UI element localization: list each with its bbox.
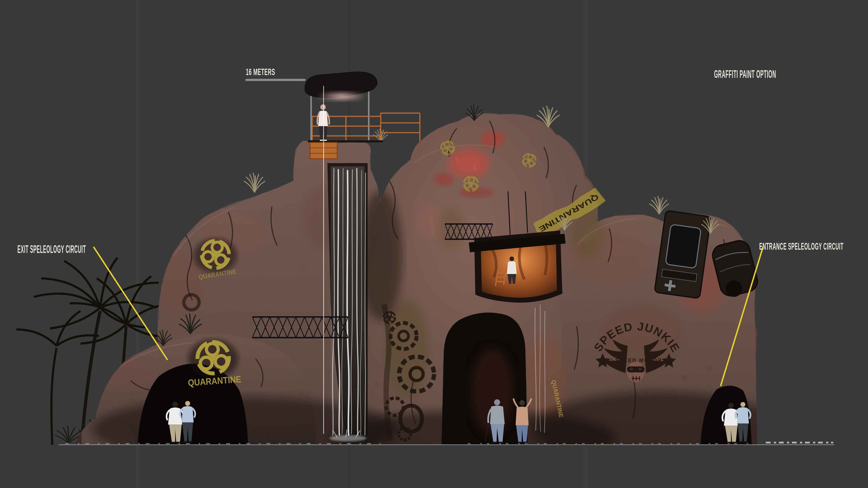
- concept-render-stage: QUARANTINE QUARANTINE QUARANTINE QUARANT…: [0, 0, 868, 488]
- render-canvas: QUARANTINE QUARANTINE QUARANTINE QUARANT…: [0, 0, 868, 488]
- waterfall: [328, 163, 368, 442]
- exit-label: EXIT SPELEOLOGY CIRCUIT: [18, 243, 86, 255]
- height-label: 16 METERS: [246, 67, 275, 77]
- canopy-glow: [316, 91, 367, 101]
- graffiti-option-label: GRAFFITI PAINT OPTION: [714, 68, 776, 80]
- entrance-label: ENTRANCE SPELEOLOGY CIRCUIT: [759, 241, 844, 252]
